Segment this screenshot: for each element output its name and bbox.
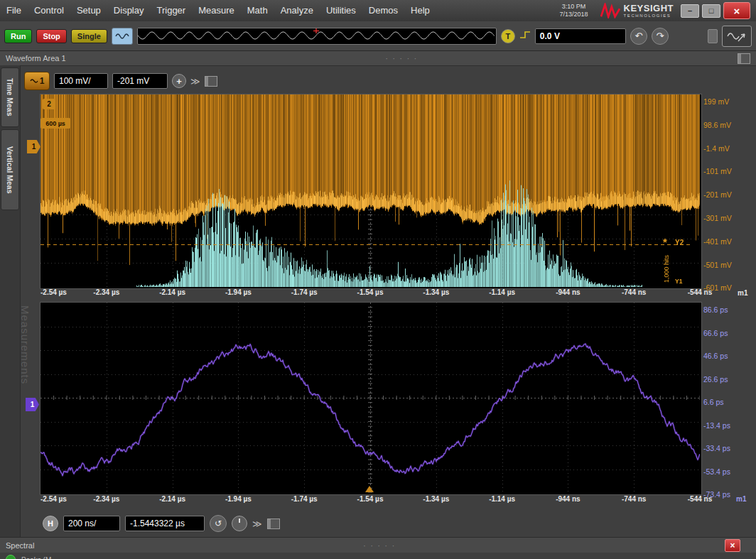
time-tag[interactable]: 600 µs xyxy=(40,118,70,129)
timebase-preview[interactable] xyxy=(137,28,497,45)
bookmark-tag[interactable]: 2 xyxy=(43,99,55,109)
y-tick-label-top: -101 mV xyxy=(703,167,732,175)
y-tick-label-top: -501 mV xyxy=(703,261,732,269)
horizontal-button[interactable]: H xyxy=(43,516,58,531)
y-tick-label-top: -201 mV xyxy=(703,190,732,199)
spectral-titlebar[interactable]: Spectral · · · · · × xyxy=(0,537,756,553)
add-channel-button[interactable]: + xyxy=(172,74,186,88)
trigger-edge-icon[interactable] xyxy=(519,30,531,43)
waveform-area-panel-icon[interactable] xyxy=(738,53,750,64)
menu-item-file[interactable]: File xyxy=(0,0,28,21)
menu-item-math[interactable]: Math xyxy=(241,0,274,21)
menu-item-help[interactable]: Help xyxy=(404,0,436,21)
x-tick-label: -1.54 µs xyxy=(357,288,384,296)
marker-m1-bottom[interactable]: m1 xyxy=(736,495,746,503)
histogram-y2-marker[interactable]: * xyxy=(663,239,667,246)
horizontal-undo-button[interactable]: ↺ xyxy=(210,515,227,532)
waveform-display-button[interactable] xyxy=(112,28,133,45)
expand-controls-chevron[interactable]: ≫ xyxy=(190,76,200,87)
sine-icon xyxy=(30,78,38,84)
horizontal-reference-marker[interactable] xyxy=(365,486,374,492)
menu-item-measure[interactable]: Measure xyxy=(192,0,241,21)
bottom-plot-canvas xyxy=(40,303,700,493)
menu-item-display[interactable]: Display xyxy=(107,0,151,21)
trend-source-marker[interactable]: 1 xyxy=(26,398,39,411)
x-tick-label: -1.74 µs xyxy=(291,495,318,503)
waveform-zoom-button[interactable] xyxy=(722,26,752,47)
measurements-ghost-label: Measurements xyxy=(19,305,31,458)
oscilloscope-window: File Control Setup Display Trigger Measu… xyxy=(0,0,756,559)
stop-button[interactable]: Stop xyxy=(36,29,66,43)
maximize-button[interactable]: □ xyxy=(702,4,720,18)
x-tick-label: -744 ns xyxy=(622,495,646,503)
run-button[interactable]: Run xyxy=(4,29,32,43)
spectral-title: Spectral xyxy=(0,541,34,550)
menu-item-trigger[interactable]: Trigger xyxy=(150,0,192,21)
trigger-button[interactable]: T xyxy=(501,29,515,43)
minimize-button[interactable]: – xyxy=(681,4,699,18)
keysight-spark-icon xyxy=(600,3,620,18)
y-tick-label-bottom: 66.6 ps xyxy=(703,329,728,337)
x-tick-label: -1.94 µs xyxy=(225,495,252,503)
top-graticule[interactable] xyxy=(40,94,702,289)
x-tick-label: -1.14 µs xyxy=(489,288,515,296)
bottom-graticule[interactable] xyxy=(40,302,702,495)
brand-name: KEYSIGHT xyxy=(624,4,674,13)
y2-label: Y2 xyxy=(675,239,684,246)
x-tick-label: -2.14 µs xyxy=(159,288,185,296)
y-tick-label-top: -401 mV xyxy=(703,237,732,246)
undo-button[interactable]: ↶ xyxy=(630,28,647,45)
channel-panel-icon[interactable] xyxy=(205,76,217,87)
tab-time-meas[interactable]: Time Meas xyxy=(1,67,19,127)
y-tick-label-bottom: -73.4 ps xyxy=(703,490,730,499)
spectral-close-button[interactable]: × xyxy=(725,539,740,552)
channel-1-button[interactable]: 1 xyxy=(24,72,50,90)
x-tick-label: -1.14 µs xyxy=(489,495,515,503)
horizontal-scale-field[interactable]: 200 ns/ xyxy=(63,516,120,531)
horizontal-expand-chevron[interactable]: ≫ xyxy=(252,519,262,529)
vertical-offset-field[interactable]: -201 mV xyxy=(112,73,168,89)
single-button[interactable]: Single xyxy=(71,29,107,43)
x-tick-label: -1.34 µs xyxy=(423,495,449,503)
x-tick-label: -1.74 µs xyxy=(291,288,318,296)
menu-item-utilities[interactable]: Utilities xyxy=(320,0,362,21)
y-tick-label-bottom: -53.4 ps xyxy=(703,467,730,476)
trigger-level-field[interactable]: 0.0 V xyxy=(535,28,626,44)
waveform-area-title: Waveform Area 1 xyxy=(0,54,66,63)
tab-vertical-meas[interactable]: Vertical Meas xyxy=(1,129,19,210)
menu-item-control[interactable]: Control xyxy=(28,0,70,21)
sine-icon xyxy=(115,32,129,40)
horizontal-position-field[interactable]: -1.5443322 µs xyxy=(125,516,205,531)
menu-item-analyze[interactable]: Analyze xyxy=(274,0,320,21)
toolbar-grip xyxy=(708,29,718,43)
x-tick-label: -944 ns xyxy=(556,495,580,503)
waveform-zoom-icon xyxy=(727,30,747,43)
clock-time: 3:10 PM xyxy=(552,3,596,11)
horizontal-panel-icon[interactable] xyxy=(267,519,280,529)
redo-button[interactable]: ↷ xyxy=(652,28,669,45)
close-button[interactable]: × xyxy=(723,2,750,19)
waveform-area-titlebar[interactable]: Waveform Area 1 · · · · · xyxy=(0,51,756,66)
x-tick-label: -944 ns xyxy=(556,288,580,296)
y1-label: Y1 xyxy=(675,278,682,285)
peaks-status-icon[interactable] xyxy=(6,555,16,559)
marker-m1-top[interactable]: m1 xyxy=(738,289,747,297)
menu-item-setup[interactable]: Setup xyxy=(70,0,107,21)
acquisition-toolbar: Run Stop Single T 0.0 V ↶ ↷ xyxy=(0,21,756,51)
channel-1-ground-marker[interactable]: 1 xyxy=(27,140,40,153)
top-plot-canvas xyxy=(40,94,700,287)
brand-subtitle: TECHNOLOGIES xyxy=(624,13,674,18)
y-tick-label-top: -601 mV xyxy=(703,283,732,292)
y-tick-label-bottom: -33.4 ps xyxy=(703,444,730,452)
drag-handle-dots: · · · · · xyxy=(34,542,725,550)
horizontal-knob-icon[interactable] xyxy=(232,516,247,531)
y-tick-label-top: -1.4 mV xyxy=(703,144,730,153)
y-tick-label-top: -301 mV xyxy=(703,214,732,222)
x-tick-label: -2.34 µs xyxy=(93,288,119,296)
menu-bar: File Control Setup Display Trigger Measu… xyxy=(0,0,756,22)
vertical-scale-field[interactable]: 100 mV/ xyxy=(54,73,108,89)
peaks-partial-text: Peaks (M xyxy=(21,556,51,559)
spectral-partial-row: Peaks (M xyxy=(0,553,756,559)
y-tick-label-bottom: 26.6 ps xyxy=(703,375,728,384)
menu-item-demos[interactable]: Demos xyxy=(362,0,404,21)
